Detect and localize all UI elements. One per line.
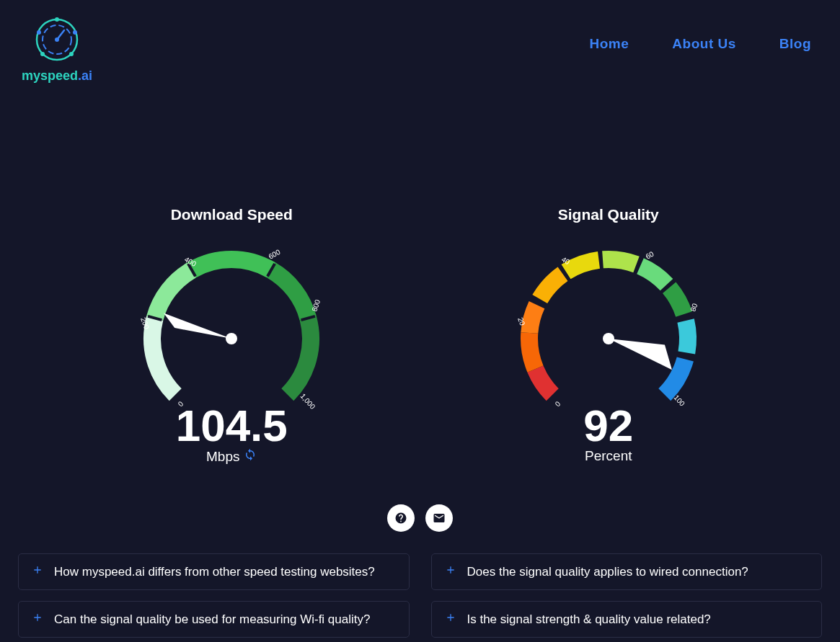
gauges-row: Download Speed 0 200 400 600 800 bbox=[0, 206, 840, 465]
plus-icon bbox=[445, 612, 456, 627]
faq-question: Can the signal quality be used for measu… bbox=[54, 612, 370, 627]
logo-text: myspeed.ai bbox=[22, 68, 92, 84]
download-gauge-chart: 0 200 400 600 800 1,000 bbox=[138, 245, 325, 411]
svg-line-8 bbox=[57, 30, 64, 40]
signal-value: 92 bbox=[583, 404, 633, 448]
logo[interactable]: myspeed.ai bbox=[22, 14, 92, 84]
plus-icon bbox=[445, 564, 456, 579]
signal-unit: Percent bbox=[585, 448, 632, 464]
svg-text:1,000: 1,000 bbox=[299, 392, 317, 411]
faq-item-3[interactable]: Can the signal quality be used for measu… bbox=[18, 601, 410, 638]
svg-point-26 bbox=[603, 333, 614, 344]
faq-item-2[interactable]: Does the signal quality applies to wired… bbox=[431, 553, 823, 590]
faq-item-4[interactable]: Is the signal strength & quality value r… bbox=[431, 601, 823, 638]
nav-home[interactable]: Home bbox=[590, 36, 629, 52]
download-unit: Mbps bbox=[206, 449, 239, 465]
plus-icon bbox=[32, 612, 43, 627]
svg-point-5 bbox=[37, 30, 41, 35]
envelope-icon bbox=[433, 512, 446, 525]
question-icon bbox=[394, 512, 407, 525]
signal-gauge-chart: 0 20 40 60 80 100 bbox=[515, 245, 702, 411]
download-title: Download Speed bbox=[171, 206, 293, 223]
faq-question: Does the signal quality applies to wired… bbox=[467, 565, 748, 579]
help-button[interactable] bbox=[387, 504, 415, 532]
svg-text:0: 0 bbox=[553, 399, 562, 408]
logo-icon bbox=[32, 14, 82, 65]
svg-point-2 bbox=[55, 17, 59, 22]
download-gauge: Download Speed 0 200 400 600 800 bbox=[87, 206, 376, 465]
svg-text:800: 800 bbox=[311, 298, 322, 313]
faq-question: How myspeed.ai differs from other speed … bbox=[54, 565, 375, 579]
action-buttons bbox=[0, 504, 840, 532]
nav-about[interactable]: About Us bbox=[672, 36, 735, 52]
plus-icon bbox=[32, 564, 43, 579]
header: myspeed.ai Home About Us Blog bbox=[0, 0, 840, 98]
main-nav: Home About Us Blog bbox=[590, 14, 818, 52]
refresh-icon[interactable] bbox=[244, 448, 257, 465]
svg-point-4 bbox=[40, 52, 45, 56]
download-unit-row: Mbps bbox=[206, 448, 257, 465]
signal-gauge: Signal Quality 0 20 40 60 80 100 bbox=[464, 206, 753, 465]
email-button[interactable] bbox=[425, 504, 453, 532]
svg-text:600: 600 bbox=[268, 248, 282, 261]
svg-text:60: 60 bbox=[644, 249, 655, 260]
svg-point-19 bbox=[226, 333, 237, 344]
svg-text:80: 80 bbox=[689, 302, 699, 312]
svg-point-6 bbox=[73, 30, 77, 35]
svg-point-3 bbox=[69, 52, 74, 56]
faq-item-1[interactable]: How myspeed.ai differs from other speed … bbox=[18, 553, 410, 590]
signal-title: Signal Quality bbox=[558, 206, 659, 223]
faq-question: Is the signal strength & quality value r… bbox=[467, 612, 711, 627]
faq-section: How myspeed.ai differs from other speed … bbox=[0, 532, 840, 638]
nav-blog[interactable]: Blog bbox=[779, 36, 811, 52]
download-value: 104.5 bbox=[176, 404, 288, 448]
